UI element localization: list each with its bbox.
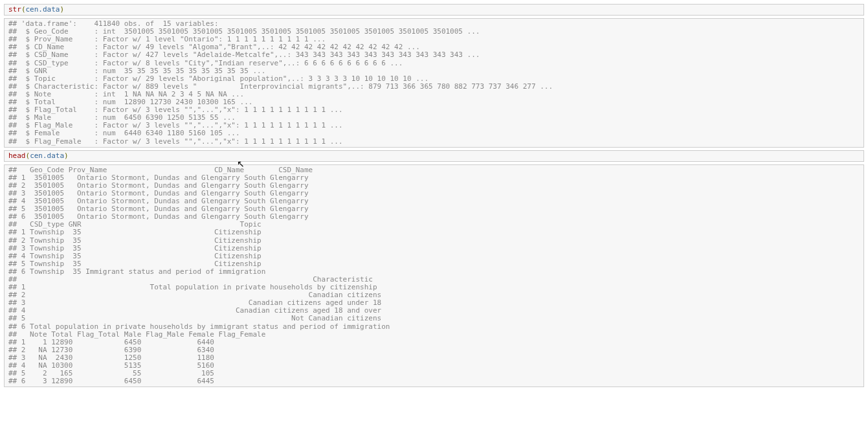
output-str: ## 'data.frame': 411840 obs. of 15 varia… (4, 18, 864, 148)
function-name: head (8, 151, 26, 160)
argument: cen.data (26, 5, 60, 14)
argument: cen.data (30, 151, 64, 160)
code-input-str: str(cen.data) (4, 4, 864, 16)
function-name: str (8, 5, 21, 14)
output-head: ## Geo_Code Prov_Name CD_Name CSD_Name #… (4, 164, 864, 388)
code-input-head: head(cen.data) (4, 150, 864, 162)
paren-close: ) (60, 5, 64, 14)
paren-close: ) (64, 151, 69, 160)
paren-open: ( (21, 5, 26, 14)
